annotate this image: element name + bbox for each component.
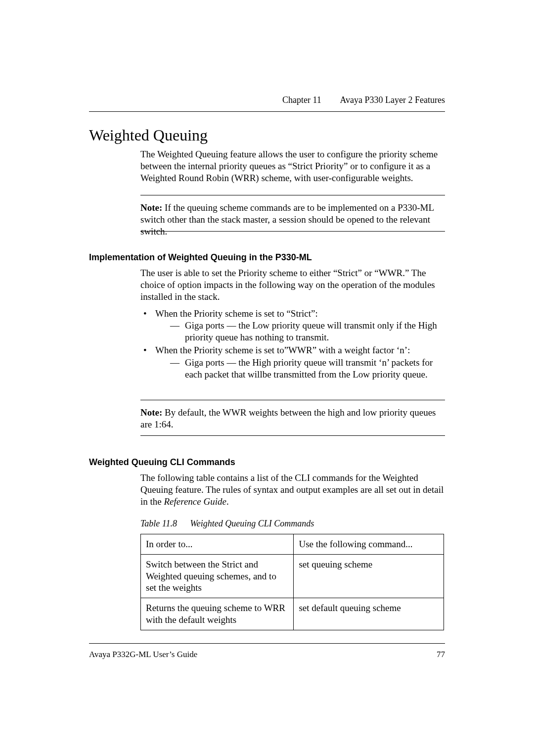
table-cell: set default queuing scheme	[294, 598, 444, 630]
table-caption: Table 11.8 Weighted Queuing CLI Commands	[140, 519, 314, 529]
header-right: Chapter 11 Avaya P330 Layer 2 Features	[282, 95, 445, 105]
list-item: When the Priority scheme is set to”WWR” …	[140, 344, 445, 380]
para-text-c: .	[226, 496, 229, 507]
table-cell: set queuing scheme	[294, 554, 444, 598]
header-rule	[89, 111, 445, 112]
list-item: When the Priority scheme is set to “Stri…	[140, 308, 445, 343]
list-text: Giga ports — the Low priority queue will…	[185, 320, 437, 342]
bullet-list: When the Priority scheme is set to “Stri…	[140, 308, 445, 381]
table-cell: Switch between the Strict and Weighted q…	[141, 554, 294, 598]
subheading-cli: Weighted Queuing CLI Commands	[89, 457, 235, 468]
chapter-title: Avaya P330 Layer 2 Features	[340, 95, 445, 105]
table-cell: Returns the queuing scheme to WRR with t…	[141, 598, 294, 630]
list-text: Giga ports — the High priority queue wil…	[185, 357, 433, 379]
footer-title: Avaya P332G-ML User’s Guide	[89, 650, 197, 659]
table-row: In order to... Use the following command…	[141, 534, 444, 555]
note-label: Note:	[140, 202, 162, 213]
note2-rule-top	[140, 400, 445, 400]
table-number: Table 11.8	[140, 519, 177, 528]
section-heading: Weighted Queuing	[89, 126, 208, 144]
page: Chapter 11 Avaya P330 Layer 2 Features W…	[0, 0, 534, 756]
footer-rule	[89, 643, 445, 644]
subheading-implementation: Implementation of Weighted Queuing in th…	[89, 252, 312, 263]
table-title: Weighted Queuing CLI Commands	[190, 519, 314, 528]
note-2: Note: By default, the WWR weights betwee…	[140, 407, 445, 430]
note-label: Note:	[140, 407, 162, 418]
page-header: Chapter 11 Avaya P330 Layer 2 Features	[89, 95, 445, 115]
reference-guide: Reference Guide	[164, 496, 226, 507]
list-item: Giga ports — the Low priority queue will…	[155, 320, 445, 343]
cli-commands-table: In order to... Use the following command…	[140, 534, 444, 630]
intro-paragraph: The Weighted Queuing feature allows the …	[140, 148, 445, 184]
list-text: When the Priority scheme is set to “Stri…	[155, 308, 318, 319]
chapter-label: Chapter 11	[282, 95, 321, 105]
list-text: When the Priority scheme is set to”WWR” …	[155, 345, 410, 355]
cli-paragraph: The following table contains a list of t…	[140, 472, 445, 508]
note-1: Note: If the queuing scheme commands are…	[140, 202, 445, 237]
note-rule-bottom	[140, 231, 445, 232]
page-footer: Avaya P332G-ML User’s Guide 77	[89, 650, 445, 660]
note-text: By default, the WWR weights between the …	[140, 407, 436, 429]
implementation-paragraph: The user is able to set the Priority sch…	[140, 267, 445, 303]
table-row: Switch between the Strict and Weighted q…	[141, 554, 444, 598]
list-item: Giga ports — the High priority queue wil…	[155, 357, 445, 380]
page-number: 77	[437, 650, 445, 660]
table-row: Returns the queuing scheme to WRR with t…	[141, 598, 444, 630]
table-header-cell: Use the following command...	[294, 534, 444, 555]
note2-rule-bottom	[140, 435, 445, 436]
table-header-cell: In order to...	[141, 534, 294, 555]
note-rule-top	[140, 195, 445, 195]
